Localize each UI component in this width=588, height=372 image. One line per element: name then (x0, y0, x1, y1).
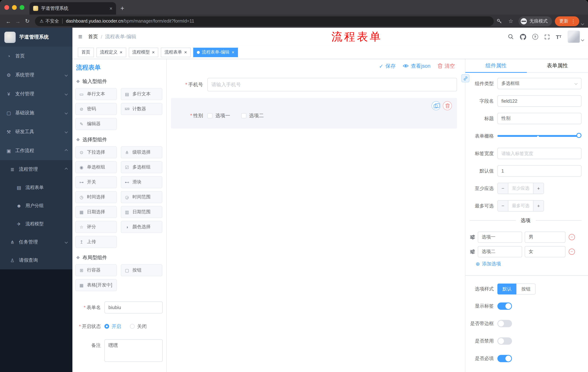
search-icon[interactable] (508, 34, 514, 40)
tag-process-form-edit[interactable]: 流程表单-编辑 × (193, 47, 238, 57)
plus-button[interactable]: + (533, 201, 544, 211)
window-zoom-button[interactable] (20, 5, 24, 10)
drag-handle-icon[interactable] (470, 249, 475, 255)
max-select-input[interactable]: 最多可选 (508, 201, 533, 211)
sidebar-item-devtools[interactable]: ⚒ 研发工具 (0, 122, 73, 141)
close-icon[interactable]: × (184, 50, 187, 55)
chip-date-picker[interactable]: ▦日期选择 (75, 206, 117, 218)
chip-switch[interactable]: ⊶开关 (75, 176, 117, 188)
chip-color-picker[interactable]: ◑颜色选择 (121, 221, 162, 233)
sidebar-item-leave-query[interactable]: ♙ 请假查询 (0, 251, 73, 269)
chip-slider[interactable]: ⊷滑块 (121, 176, 162, 188)
sidebar-item-payment[interactable]: ¥ 支付管理 (0, 85, 73, 103)
save-button[interactable]: ✓ 保存 (379, 63, 396, 70)
bookmark-star-icon[interactable]: ☆ (506, 18, 515, 24)
checkbox-icon[interactable] (241, 113, 246, 118)
close-icon[interactable]: × (110, 6, 112, 11)
chip-row-container[interactable]: ⊞行容器 (75, 264, 117, 276)
delete-component-button[interactable] (443, 101, 452, 110)
new-tab-button[interactable]: + (120, 5, 124, 12)
chip-date-range[interactable]: ▥日期范围 (121, 206, 162, 218)
github-icon[interactable] (520, 34, 526, 40)
option-label-input[interactable] (478, 246, 522, 257)
radio-status-on[interactable]: 开启 (105, 323, 121, 329)
chip-single-line-text[interactable]: ▭单行文本 (75, 88, 117, 100)
add-option-button[interactable]: ⊕ 添加选项 (476, 261, 581, 267)
breadcrumb-home[interactable]: 首页 (88, 33, 98, 40)
default-value-input[interactable] (497, 165, 581, 177)
avatar[interactable] (568, 31, 580, 43)
link-icon[interactable] (461, 74, 469, 82)
minus-button[interactable]: − (498, 183, 508, 194)
title-input[interactable] (497, 113, 581, 124)
chip-button[interactable]: ▢按钮 (121, 264, 162, 276)
option-value-input[interactable] (525, 246, 566, 257)
clear-button[interactable]: 清空 (438, 63, 455, 70)
tag-home[interactable]: 首页 (78, 47, 94, 57)
required-toggle[interactable] (497, 355, 512, 362)
sidebar-item-workflow[interactable]: ▣ 工作流程 (0, 141, 73, 160)
help-icon[interactable]: ? (532, 34, 538, 40)
field-name-input[interactable] (497, 95, 581, 107)
address-bar[interactable]: ⚠ 不安全 dashboard.yudao.iocoder.cn/bpm/man… (35, 16, 494, 26)
security-label[interactable]: 不安全 (45, 18, 59, 24)
user-menu[interactable] (568, 31, 584, 43)
chip-time-range[interactable]: ◶时间范围 (121, 191, 162, 203)
close-icon[interactable]: × (152, 50, 155, 55)
back-icon[interactable]: ← (4, 18, 13, 24)
form-remark-textarea[interactable]: 嘿嘿 (105, 339, 163, 362)
fullscreen-icon[interactable] (544, 34, 550, 40)
app-logo[interactable]: 芋道管理系统 (0, 28, 73, 47)
option-label-input[interactable] (478, 232, 522, 243)
kebab-menu-icon[interactable]: ⋮ (571, 18, 576, 24)
chip-password[interactable]: ⊘密码 (75, 103, 117, 115)
chip-rate[interactable]: ☆评分 (75, 221, 117, 233)
option-value-input[interactable] (525, 232, 566, 243)
phone-input[interactable] (207, 78, 457, 91)
font-size-icon[interactable]: TT (556, 34, 561, 40)
label-width-input[interactable] (497, 148, 581, 159)
radio-status-off[interactable]: 关闭 (130, 323, 147, 329)
chip-checkbox-group[interactable]: ☑多选框组 (121, 161, 162, 173)
chip-textarea[interactable]: ▤多行文本 (121, 88, 162, 100)
checkbox-option-2[interactable]: 选项二 (241, 112, 264, 119)
close-icon[interactable]: × (232, 50, 234, 55)
checkbox-option-1[interactable]: 选项一 (207, 112, 230, 119)
chip-table[interactable]: ▦表格[开发中] (75, 279, 117, 291)
remove-option-button[interactable]: − (569, 234, 575, 240)
tag-process-definition[interactable]: 流程定义 × (96, 47, 126, 57)
close-icon[interactable]: × (120, 50, 122, 55)
grid-slider[interactable] (497, 130, 581, 142)
copy-component-button[interactable] (431, 101, 441, 110)
tag-process-form[interactable]: 流程表单 × (161, 47, 190, 57)
minus-button[interactable]: − (498, 201, 508, 211)
form-canvas[interactable]: ✓ 保存 查看json 清空 (167, 59, 465, 372)
tag-process-model[interactable]: 流程模型 × (129, 47, 158, 57)
drag-handle-icon[interactable] (470, 234, 475, 240)
chip-radio-group[interactable]: ◉单选框组 (75, 161, 117, 173)
chip-editor[interactable]: ✎编辑器 (75, 118, 117, 130)
forward-icon[interactable]: → (13, 18, 22, 24)
update-button[interactable]: 更新 ⋮ (555, 16, 579, 26)
reload-icon[interactable]: ↻ (22, 18, 32, 24)
chip-select[interactable]: ⊙下拉选择 (75, 146, 117, 158)
key-icon[interactable] (497, 18, 506, 24)
show-label-toggle[interactable] (497, 302, 512, 310)
window-close-button[interactable] (4, 5, 9, 10)
sidebar-item-user-group[interactable]: ☻ 用户分组 (0, 197, 73, 215)
chip-cascader[interactable]: ⋔级联选择 (121, 146, 162, 158)
slider-handle[interactable] (576, 133, 581, 138)
sidebar-item-process-model[interactable]: ✈ 流程模型 (0, 215, 73, 233)
chip-counter[interactable]: 123计数器 (121, 103, 162, 115)
border-toggle[interactable] (497, 320, 512, 327)
sidebar-item-system[interactable]: ⚙ 系统管理 (0, 65, 73, 85)
canvas-field-phone[interactable]: *手机号 (171, 78, 457, 91)
disabled-toggle[interactable] (497, 337, 512, 345)
sidebar-item-task-mgmt[interactable]: ⋔ 任务管理 (0, 233, 73, 251)
tab-form-props[interactable]: 表单属性 (527, 59, 588, 73)
chip-time-picker[interactable]: ◷时间选择 (75, 191, 117, 203)
min-select-input[interactable]: 至少应选 (508, 183, 533, 194)
chip-upload[interactable]: ↥上传 (75, 236, 117, 248)
component-type-select[interactable]: 多选框组 (497, 78, 581, 89)
checkbox-icon[interactable] (207, 113, 212, 118)
